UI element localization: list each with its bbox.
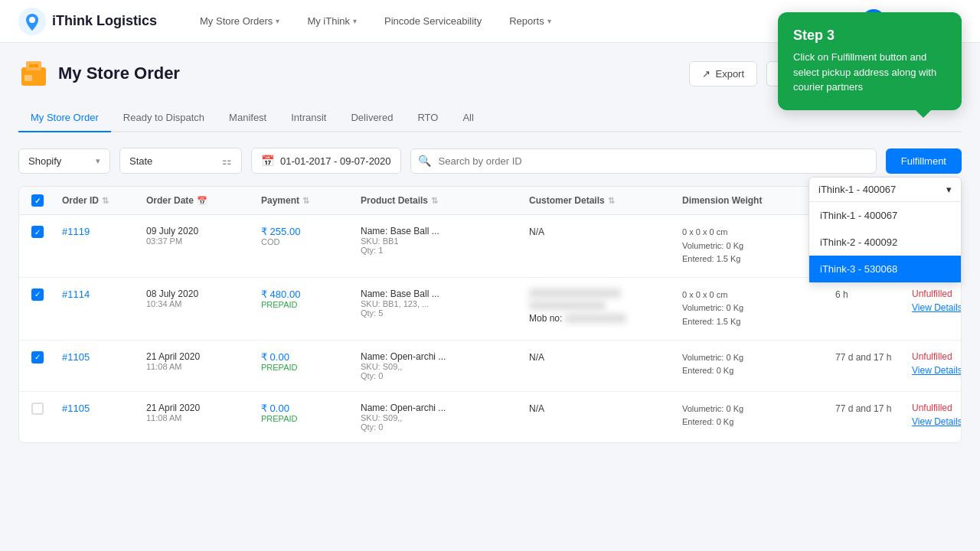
- pickup-option-1[interactable]: iThink-1 - 400067: [809, 202, 961, 229]
- tab-ready-to-dispatch[interactable]: Ready to Dispatch: [111, 104, 217, 132]
- export-icon: ↗: [702, 68, 710, 80]
- page-title: My Store Order: [58, 64, 180, 83]
- fulfillment-button[interactable]: Fulfillment: [886, 148, 962, 174]
- date-range-filter[interactable]: 📅 01-01-2017 - 09-07-2020: [251, 148, 401, 174]
- sort-icon[interactable]: ⇅: [608, 196, 615, 206]
- row-elapsed: 6 h: [835, 289, 912, 300]
- row-checkbox[interactable]: [31, 226, 62, 238]
- store-order-icon: [18, 58, 49, 89]
- pickup-dropdown-header[interactable]: iThink-1 - 400067 ▾: [809, 178, 961, 202]
- view-details-link[interactable]: View Details: [912, 365, 962, 376]
- state-filter[interactable]: State ⚏: [119, 148, 242, 174]
- row-checkbox[interactable]: [31, 351, 62, 364]
- view-details-link[interactable]: View Details: [912, 416, 962, 427]
- row-order-id: #1119: [62, 226, 146, 237]
- step-description: Click on Fulfillment button and select p…: [793, 50, 946, 95]
- svg-rect-4: [29, 64, 38, 67]
- step-title: Step 3: [793, 28, 946, 44]
- col-order-id: Order ID ⇅: [62, 195, 146, 206]
- row-dimension: Volumetric: 0 Kg Entered: 0 Kg: [682, 351, 835, 378]
- row-payment: ₹ 0.00 PREPAID: [261, 351, 361, 372]
- row-product: Name: Base Ball ... SKU: BB1 Qty: 1: [361, 226, 529, 255]
- search-box: 🔍: [410, 148, 877, 174]
- row-product: Name: Open-archi ... SKU: S09,, Qty: 0: [361, 403, 529, 432]
- pickup-option-2[interactable]: iThink-2 - 400092: [809, 229, 961, 256]
- main-nav: My Store Orders ▾ My iThink ▾ Pincode Se…: [188, 9, 861, 33]
- tab-rto[interactable]: RTO: [405, 104, 450, 132]
- row-checkbox[interactable]: [31, 403, 62, 415]
- search-input[interactable]: [410, 148, 877, 174]
- view-details-link[interactable]: View Details: [912, 302, 962, 313]
- svg-point-1: [29, 17, 35, 23]
- table-row: #1105 21 April 2020 11:08 AM ₹ 0.00 PREP…: [19, 341, 961, 392]
- row-dimension: Volumetric: 0 Kg Entered: 0 Kg: [682, 403, 835, 429]
- col-order-date: Order Date 📅: [146, 195, 261, 206]
- tab-delivered[interactable]: Delivered: [338, 104, 405, 132]
- chevron-down-icon: ▾: [353, 17, 357, 25]
- row-order-date: 09 July 2020 03:37 PM: [146, 226, 261, 246]
- export-button[interactable]: ↗ Export: [689, 61, 757, 86]
- row-order-id: #1105: [62, 351, 146, 363]
- col-checkbox: [31, 194, 62, 207]
- tab-manifest[interactable]: Manifest: [217, 104, 279, 132]
- chevron-down-icon: ▾: [946, 184, 952, 195]
- fulfillment-dropdown-wrapper: Fulfillment iThink-1 - 400067 ▾ iThink-1…: [886, 148, 962, 174]
- table-row: #1105 21 April 2020 11:08 AM ₹ 0.00 PREP…: [19, 392, 961, 442]
- logo-area: iThink Logistics: [18, 8, 157, 35]
- tab-all[interactable]: All: [450, 104, 485, 132]
- nav-reports[interactable]: Reports ▾: [497, 9, 564, 33]
- nav-pincode[interactable]: Pincode Serviceability: [372, 9, 494, 33]
- source-filter[interactable]: Shopify ▾: [18, 148, 110, 174]
- select-all-checkbox[interactable]: [31, 194, 44, 207]
- customer-email-blurred: [529, 301, 606, 310]
- filters-row: Shopify ▾ State ⚏ 📅 01-01-2017 - 09-07-2…: [18, 148, 962, 174]
- row-action: Unfulfilled View Details: [912, 289, 962, 313]
- tab-my-store-order[interactable]: My Store Order: [18, 104, 111, 132]
- calendar-icon: 📅: [261, 155, 274, 167]
- nav-my-ithink[interactable]: My iThink ▾: [295, 9, 369, 33]
- row-order-date: 08 July 2020 10:34 AM: [146, 289, 261, 308]
- row-payment: ₹ 480.00 PREPAID: [261, 289, 361, 309]
- app-name: iThink Logistics: [52, 13, 157, 29]
- row-action: Unfulfilled View Details: [912, 351, 962, 376]
- page-title-area: My Store Order: [18, 58, 180, 89]
- page-content: Step 3 Click on Fulfillment button and s…: [0, 43, 980, 458]
- row-product: Name: Base Ball ... SKU: BB1, 123, ... Q…: [361, 289, 529, 318]
- sort-icon[interactable]: ⇅: [302, 196, 309, 206]
- row-order-date: 21 April 2020 11:08 AM: [146, 351, 261, 371]
- row-order-id: #1114: [62, 289, 146, 300]
- chevron-down-icon: ▾: [96, 156, 100, 166]
- row-order-id: #1105: [62, 403, 146, 414]
- svg-rect-5: [24, 75, 32, 81]
- row-elapsed: 77 d and 17 h: [835, 403, 912, 414]
- filter-icon: ⚏: [222, 155, 232, 167]
- row-customer: N/A: [529, 226, 682, 237]
- row-customer: Mob no:: [529, 289, 682, 324]
- row-dimension: 0 x 0 x 0 cm Volumetric: 0 Kg Entered: 1…: [682, 289, 835, 329]
- sort-icon[interactable]: ⇅: [102, 196, 109, 206]
- col-payment: Payment ⇅: [261, 195, 361, 206]
- row-customer: N/A: [529, 351, 682, 363]
- tab-intransit[interactable]: Intransit: [279, 104, 338, 132]
- pickup-option-3[interactable]: iThink-3 - 530068: [809, 256, 961, 282]
- row-payment: ₹ 0.00 PREPAID: [261, 403, 361, 423]
- col-customer-details: Customer Details ⇅: [529, 195, 682, 206]
- pickup-dropdown: iThink-1 - 400067 ▾ iThink-1 - 400067 iT…: [808, 177, 962, 283]
- row-order-date: 21 April 2020 11:08 AM: [146, 403, 261, 422]
- sort-icon[interactable]: ⇅: [431, 196, 438, 206]
- customer-mob-blurred: [565, 314, 626, 323]
- nav-my-store-orders[interactable]: My Store Orders ▾: [188, 9, 292, 33]
- row-elapsed: 77 d and 17 h: [835, 351, 912, 363]
- row-checkbox[interactable]: [31, 289, 62, 301]
- sort-icon[interactable]: 📅: [197, 196, 207, 206]
- chevron-down-icon: ▾: [547, 17, 551, 25]
- row-product: Name: Open-archi ... SKU: S09,, Qty: 0: [361, 351, 529, 380]
- customer-name-blurred: [529, 289, 621, 298]
- chevron-down-icon: ▾: [276, 17, 279, 25]
- row-customer: N/A: [529, 403, 682, 414]
- step-tooltip: Step 3 Click on Fulfillment button and s…: [778, 12, 962, 110]
- table-row: #1114 08 July 2020 10:34 AM ₹ 480.00 PRE…: [19, 278, 961, 341]
- logo-icon: [18, 8, 46, 35]
- search-icon: 🔍: [418, 155, 431, 167]
- col-product-details: Product Details ⇅: [361, 195, 529, 206]
